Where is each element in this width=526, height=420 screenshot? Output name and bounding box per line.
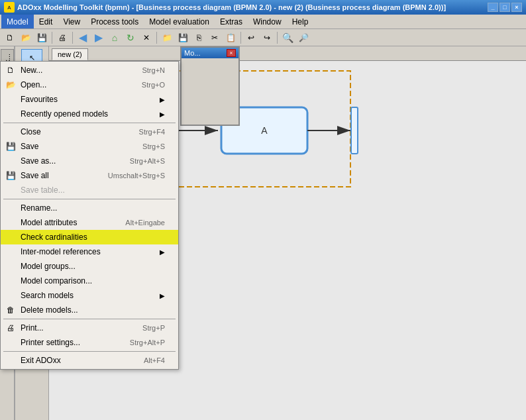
tool-cursor[interactable]: ↖	[21, 49, 42, 66]
toolbar-back[interactable]: ◀	[76, 30, 90, 45]
toolbar-save2[interactable]: 💾	[176, 30, 190, 45]
canvas-area: new (2) A	[49, 46, 526, 420]
toolbar-redo[interactable]: ↪	[260, 30, 274, 45]
toolbar-forward[interactable]: ▶	[91, 30, 106, 45]
toolbar-new[interactable]: 🗋	[3, 30, 17, 45]
tool-dotted[interactable]: ···	[23, 289, 40, 299]
toolbar-print[interactable]: 🖨	[55, 30, 70, 45]
toolbar-find[interactable]: 🔍	[280, 30, 295, 45]
toolbar-refresh[interactable]: ↻	[123, 30, 138, 45]
menu-extras[interactable]: Extras	[215, 15, 248, 28]
tool-envelope[interactable]: ✉	[21, 270, 42, 288]
toolbar-copy[interactable]: ⎘	[191, 30, 206, 45]
menu-bar: Model Edit View Process tools Model eval…	[0, 15, 526, 29]
menu-edit[interactable]: Edit	[34, 15, 58, 28]
toolbar-zoom[interactable]: 🔎	[296, 30, 311, 45]
menu-model[interactable]: Model	[1, 15, 34, 28]
menu-model-evaluation[interactable]: Model evaluation	[144, 15, 215, 28]
tool-circle-outline[interactable]: ○	[21, 172, 42, 189]
tool-palette: ↖ + ● ◉ ✉ ○ ◇ ◈ 🗒 ✉ ···	[15, 46, 49, 420]
toolbar-paste[interactable]: 📋	[223, 30, 238, 45]
tool-rect-blue[interactable]	[23, 191, 40, 201]
toolbar-sep-2	[72, 32, 73, 44]
title-text: ADOxx Modelling Toolkit (bpmn) - [Busine…	[17, 3, 488, 11]
tool-diamond2[interactable]: ◈	[21, 232, 42, 249]
minimize-button[interactable]: _	[488, 3, 498, 12]
main-area: Ex... ↖ + ● ◉ ✉ ○ ◇ ◈ 🗒 ✉ ··· new (2)	[0, 46, 526, 420]
svg-rect-6	[351, 107, 358, 154]
menu-help[interactable]: Help	[287, 15, 314, 28]
menu-process-tools[interactable]: Process tools	[85, 15, 144, 28]
tab-bar: new (2)	[49, 46, 526, 61]
tool-diamond[interactable]: ◇	[21, 213, 42, 230]
svg-point-1	[120, 112, 157, 149]
toolbar: 🗋 📂 💾 🖨 ◀ ▶ ⌂ ↻ ✕ 📁 💾 ⎘ ✂ 📋 ↩ ↪ 🔍 🔎	[0, 29, 526, 46]
toolbar-open[interactable]: 📂	[19, 30, 33, 45]
tool-rect2[interactable]	[23, 97, 41, 104]
canvas-svg: A	[49, 61, 526, 420]
menu-window[interactable]: Window	[248, 15, 287, 28]
toolbar-cut[interactable]: ✂	[207, 30, 222, 45]
tool-rect3[interactable]	[23, 106, 41, 113]
tool-circle-green[interactable]: ●	[21, 115, 42, 132]
toolbar-undo[interactable]: ↩	[244, 30, 258, 45]
svg-text:A: A	[261, 125, 268, 136]
close-button[interactable]: ×	[511, 3, 522, 12]
toolbar-open2[interactable]: 📁	[160, 30, 174, 45]
maximize-button[interactable]: □	[500, 3, 510, 12]
tool-circle-envelope[interactable]: ✉	[21, 153, 42, 170]
left-panel: Ex...	[0, 46, 15, 420]
tool-doc[interactable]: 🗒	[21, 251, 42, 268]
window-controls: _ □ ×	[488, 3, 522, 12]
toolbar-sep-4	[240, 32, 241, 44]
title-bar: A ADOxx Modelling Toolkit (bpmn) - [Busi…	[0, 0, 526, 15]
tool-crosshair[interactable]: +	[21, 68, 42, 85]
toolbar-sep-5	[277, 32, 278, 44]
menu-view[interactable]: View	[58, 15, 85, 28]
tool-circle-green2[interactable]: ◉	[21, 134, 42, 151]
explorer-tab[interactable]: Ex...	[1, 49, 14, 73]
toolbar-home[interactable]: ⌂	[107, 30, 122, 45]
toolbar-stop[interactable]: ✕	[139, 30, 154, 45]
toolbar-sep-1	[52, 32, 52, 44]
toolbar-sep-3	[156, 32, 157, 44]
tool-small-rect[interactable]	[23, 203, 40, 211]
diagram-tab[interactable]: new (2)	[52, 48, 88, 60]
tool-rect1[interactable]	[23, 87, 41, 95]
toolbar-save[interactable]: 💾	[34, 30, 49, 45]
app-icon: A	[4, 2, 15, 13]
